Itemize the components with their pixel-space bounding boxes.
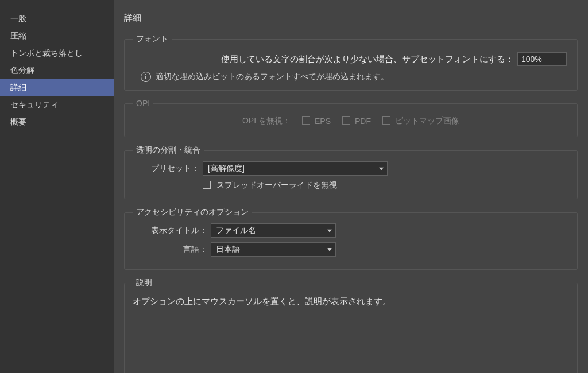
chevron-down-icon	[379, 167, 384, 170]
accessibility-group: アクセシビリティのオプション 表示タイトル： ファイル名 言語： 日本語	[124, 207, 578, 270]
language-label: 言語：	[133, 244, 211, 255]
sidebar-item-compression[interactable]: 圧縮	[0, 28, 114, 45]
sidebar-item-output[interactable]: 色分解	[0, 62, 114, 79]
display-title-select[interactable]: ファイル名	[211, 223, 336, 238]
opi-bitmap-checkbox	[382, 116, 390, 125]
ignore-spread-override-label: スプレッドオーバーライドを無視	[216, 180, 337, 191]
chevron-down-icon	[327, 248, 332, 251]
opi-bitmap-label: ビットマップ画像	[395, 116, 459, 126]
opi-eps-option: EPS	[302, 116, 331, 126]
sidebar: 一般 圧縮 トンボと裁ち落とし 色分解 詳細 セキュリティ 概要	[0, 0, 114, 373]
info-icon: i	[141, 72, 151, 82]
description-text: オプションの上にマウスカーソルを置くと、説明が表示されます。	[133, 294, 569, 368]
fonts-group: フォント 使用している文字の割合が次より少ない場合、サブセットフォントにする： …	[124, 34, 578, 91]
fonts-legend: フォント	[133, 34, 172, 44]
opi-ignore-label: OPI を無視：	[242, 116, 291, 126]
page-title: 詳細	[124, 13, 578, 24]
sidebar-item-summary[interactable]: 概要	[0, 114, 114, 131]
display-title-label: 表示タイトル：	[133, 226, 211, 236]
preset-label: プリセット：	[133, 164, 203, 174]
opi-eps-label: EPS	[315, 116, 331, 126]
sidebar-item-marks[interactable]: トンボと裁ち落とし	[0, 45, 114, 62]
sidebar-item-advanced[interactable]: 詳細	[0, 79, 114, 96]
accessibility-legend: アクセシビリティのオプション	[133, 207, 252, 217]
opi-pdf-checkbox	[342, 116, 350, 125]
main-panel: 詳細 フォント 使用している文字の割合が次より少ない場合、サブセットフォントにす…	[114, 0, 588, 373]
language-select[interactable]: 日本語	[211, 242, 336, 257]
subset-percent-input[interactable]	[517, 52, 567, 66]
preset-select[interactable]: [高解像度]	[203, 161, 388, 176]
transparency-group: 透明の分割・統合 プリセット： [高解像度] スプレッドオーバーライドを無視	[124, 145, 578, 199]
opi-pdf-label: PDF	[355, 116, 371, 126]
opi-eps-checkbox	[302, 116, 310, 125]
opi-legend: OPI	[133, 99, 153, 108]
description-group: 説明 オプションの上にマウスカーソルを置くと、説明が表示されます。	[124, 278, 578, 373]
fonts-info-text: 適切な埋め込みビットのあるフォントすべてが埋め込まれます。	[156, 72, 389, 82]
ignore-spread-override-checkbox[interactable]	[203, 181, 211, 189]
opi-pdf-option: PDF	[342, 116, 371, 126]
chevron-down-icon	[327, 229, 332, 232]
sidebar-item-general[interactable]: 一般	[0, 10, 114, 28]
transparency-legend: 透明の分割・統合	[133, 145, 204, 156]
sidebar-item-security[interactable]: セキュリティ	[0, 96, 114, 114]
opi-bitmap-option: ビットマップ画像	[382, 116, 459, 126]
description-legend: 説明	[133, 278, 156, 288]
preset-value: [高解像度]	[208, 164, 245, 174]
display-title-value: ファイル名	[216, 226, 256, 236]
subset-font-label: 使用している文字の割合が次より少ない場合、サブセットフォントにする：	[221, 54, 514, 65]
opi-group: OPI OPI を無視： EPS PDF ビットマップ画像	[124, 99, 578, 137]
language-value: 日本語	[216, 244, 240, 255]
